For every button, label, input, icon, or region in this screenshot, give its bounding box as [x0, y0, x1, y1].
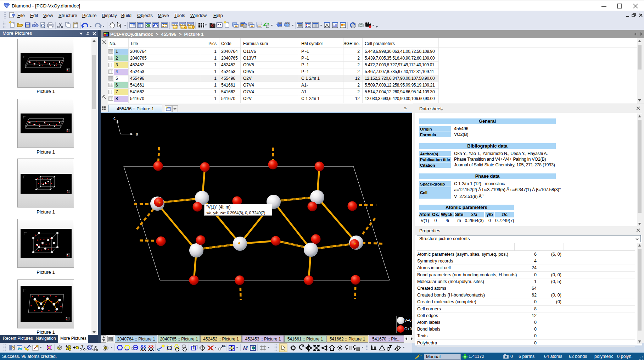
svg-text:Fe: Fe	[222, 344, 226, 348]
svg-text:X: X	[140, 347, 143, 352]
svg-text:X: X	[151, 347, 154, 352]
svg-text:X: X	[143, 347, 146, 352]
svg-text:?: ?	[81, 344, 84, 349]
svg-text:M: M	[243, 345, 248, 351]
svg-text:a: a	[136, 132, 138, 137]
svg-text:c: c	[113, 116, 116, 121]
svg-text:X: X	[148, 347, 151, 352]
